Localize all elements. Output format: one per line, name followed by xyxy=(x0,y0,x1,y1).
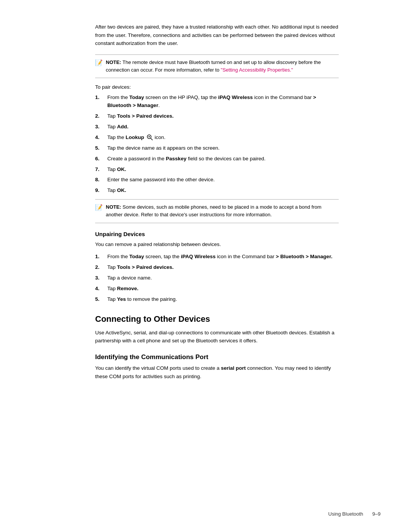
pair-step-1: 1. From the Today screen on the HP iPAQ,… xyxy=(95,94,339,110)
pair-step-7-num: 7. xyxy=(95,166,107,174)
pair-step-6-text: Create a password in the Passkey field s… xyxy=(107,155,339,163)
unpair-step-5: 5. Tap Yes to remove the pairing. xyxy=(95,296,339,304)
unpair-step-1: 1. From the Today screen, tap the iPAQ W… xyxy=(95,253,339,261)
note-text-1: NOTE: The remote device must have Blueto… xyxy=(106,59,339,74)
identifying-title: Identifying the Communications Port xyxy=(95,353,339,361)
identifying-intro: You can identify the virtual COM ports u… xyxy=(95,364,339,380)
content-area: After two devices are paired, they have … xyxy=(72,23,339,380)
page: After two devices are paired, they have … xyxy=(0,0,411,532)
unpair-step-1-num: 1. xyxy=(95,253,107,261)
pair-step-3: 3. Tap Add. xyxy=(95,123,339,131)
intro-paragraph: After two devices are paired, they have … xyxy=(95,23,339,48)
pair-step-2-num: 2. xyxy=(95,112,107,120)
note-box-1: 📝 NOTE: The remote device must have Blue… xyxy=(95,54,339,78)
pair-step-1-num: 1. xyxy=(95,94,107,102)
pair-step-8-num: 8. xyxy=(95,176,107,184)
lookup-icon xyxy=(147,134,153,141)
connecting-title: Connecting to Other Devices xyxy=(95,314,339,324)
pair-step-7-text: Tap OK. xyxy=(107,166,339,174)
footer-page: 9–9 xyxy=(372,511,381,517)
pair-step-9: 9. Tap OK. xyxy=(95,187,339,195)
footer: Using Bluetooth 9–9 xyxy=(328,511,381,517)
unpair-step-2-num: 2. xyxy=(95,264,107,272)
to-pair-label: To pair devices: xyxy=(95,84,339,90)
unpair-step-2-text: Tap Tools > Paired devices. xyxy=(107,264,339,272)
unpairing-title: Unpairing Devices xyxy=(95,231,339,237)
unpair-step-3-text: Tap a device name. xyxy=(107,274,339,282)
unpair-step-1-text: From the Today screen, tap the iPAQ Wire… xyxy=(107,253,339,261)
pair-step-9-text: Tap OK. xyxy=(107,187,339,195)
pair-step-7: 7. Tap OK. xyxy=(95,166,339,174)
pair-step-1-text: From the Today screen on the HP iPAQ, ta… xyxy=(107,94,339,110)
unpairing-section: Unpairing Devices You can remove a paire… xyxy=(95,231,339,304)
unpair-step-3: 3. Tap a device name. xyxy=(95,274,339,282)
note-bold-2: NOTE: xyxy=(106,204,121,210)
pair-step-9-num: 9. xyxy=(95,187,107,195)
pair-steps-list: 1. From the Today screen on the HP iPAQ,… xyxy=(95,94,339,195)
pair-step-3-num: 3. xyxy=(95,123,107,131)
note-text-2: NOTE: Some devices, such as mobile phone… xyxy=(106,203,339,219)
pair-step-8: 8. Enter the same password into the othe… xyxy=(95,176,339,184)
pair-step-4: 4. Tap the Lookup icon. xyxy=(95,134,339,142)
pair-step-4-num: 4. xyxy=(95,134,107,142)
pair-step-2-text: Tap Tools > Paired devices. xyxy=(107,112,339,120)
pair-step-5-num: 5. xyxy=(95,144,107,152)
unpair-step-4-num: 4. xyxy=(95,285,107,293)
note-icon-2: 📝 xyxy=(95,204,103,211)
note-bold-1: NOTE: xyxy=(106,59,121,65)
unpair-step-2: 2. Tap Tools > Paired devices. xyxy=(95,264,339,272)
pair-step-5-text: Tap the device name as it appears on the… xyxy=(107,144,339,152)
svg-line-1 xyxy=(151,138,153,140)
pair-step-4-text: Tap the Lookup icon. xyxy=(107,134,339,142)
serial-port-bold: serial port xyxy=(221,365,245,371)
unpair-step-4-text: Tap Remove. xyxy=(107,285,339,293)
pair-step-6: 6. Create a password in the Passkey fiel… xyxy=(95,155,339,163)
unpair-step-5-text: Tap Yes to remove the pairing. xyxy=(107,296,339,304)
pair-step-3-text: Tap Add. xyxy=(107,123,339,131)
footer-label: Using Bluetooth xyxy=(328,511,363,517)
pair-step-8-text: Enter the same password into the other d… xyxy=(107,176,339,184)
pair-step-6-num: 6. xyxy=(95,155,107,163)
unpair-step-4: 4. Tap Remove. xyxy=(95,285,339,293)
note-body-2: Some devices, such as mobile phones, nee… xyxy=(106,204,322,217)
unpair-step-3-num: 3. xyxy=(95,274,107,282)
pair-step-5: 5. Tap the device name as it appears on … xyxy=(95,144,339,152)
unpairing-intro: You can remove a paired relationship bet… xyxy=(95,240,339,249)
unpair-step-5-num: 5. xyxy=(95,296,107,304)
connecting-intro: Use ActiveSync, serial, and dial-up conn… xyxy=(95,329,339,345)
note-box-2: 📝 NOTE: Some devices, such as mobile pho… xyxy=(95,199,339,223)
connecting-section: Connecting to Other Devices Use ActiveSy… xyxy=(95,314,339,345)
note-link-1[interactable]: "Setting Accessibility Properties." xyxy=(221,67,293,73)
identifying-section: Identifying the Communications Port You … xyxy=(95,353,339,380)
pair-step-2: 2. Tap Tools > Paired devices. xyxy=(95,112,339,120)
note-icon-1: 📝 xyxy=(95,59,103,66)
unpairing-steps-list: 1. From the Today screen, tap the iPAQ W… xyxy=(95,253,339,304)
